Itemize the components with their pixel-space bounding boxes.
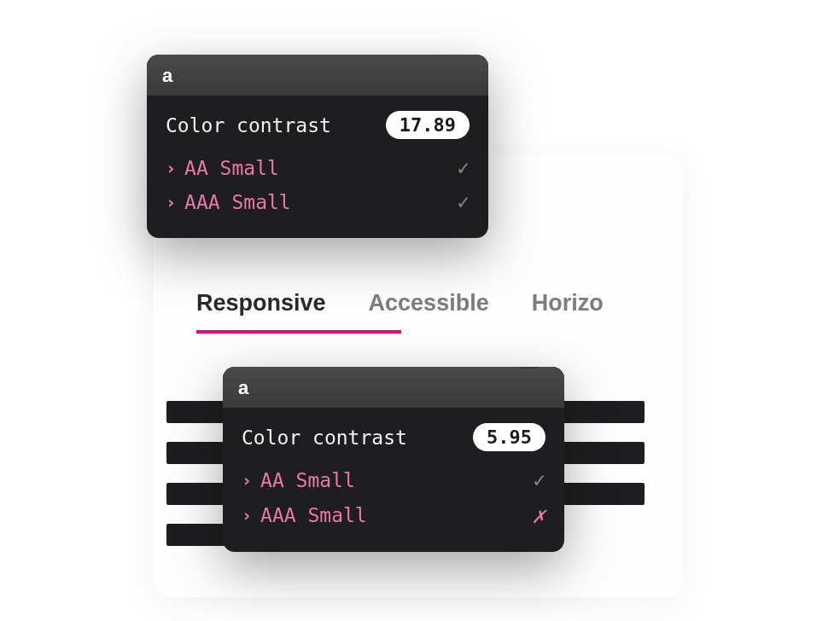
check-label: AA Small xyxy=(184,157,279,179)
sample-letter: a xyxy=(162,65,172,87)
check-pass-icon: ✓ xyxy=(458,190,470,214)
tab-responsive[interactable]: Responsive xyxy=(196,290,326,332)
check-pass-icon: ✓ xyxy=(458,156,470,180)
contrast-label: Color contrast xyxy=(166,114,331,136)
caret-icon: › xyxy=(166,158,176,178)
caret-icon: › xyxy=(242,505,252,525)
check-fail-icon: ✗ xyxy=(532,502,545,528)
caret-icon: › xyxy=(166,192,176,212)
contrast-check-row[interactable]: › AA Small ✓ xyxy=(242,463,545,497)
tooltip-arrow-icon xyxy=(518,367,539,369)
contrast-check-row[interactable]: › AA Small ✓ xyxy=(166,151,470,185)
color-contrast-tooltip-1: a Color contrast 17.89 › AA Small ✓ › AA… xyxy=(147,55,488,238)
contrast-value-badge: 17.89 xyxy=(386,111,470,139)
color-contrast-tooltip-2: a Color contrast 5.95 › AA Small ✓ › AAA… xyxy=(223,367,564,552)
contrast-value-badge: 5.95 xyxy=(473,423,545,451)
tab-active-indicator xyxy=(196,330,401,334)
tooltip-header: a xyxy=(223,367,564,408)
caret-icon: › xyxy=(242,470,252,490)
contrast-row: Color contrast 17.89 xyxy=(166,111,470,139)
contrast-label: Color contrast xyxy=(242,427,407,449)
tooltip-arrow-icon xyxy=(172,236,193,238)
tab-accessible[interactable]: Accessible xyxy=(369,290,489,332)
check-label: AA Small xyxy=(260,469,355,491)
contrast-row: Color contrast 5.95 xyxy=(242,423,545,451)
check-label: AAA Small xyxy=(184,191,291,213)
contrast-check-row[interactable]: › AAA Small ✓ xyxy=(166,185,470,219)
tooltip-body: Color contrast 17.89 › AA Small ✓ › AAA … xyxy=(147,96,488,238)
contrast-check-row[interactable]: › AAA Small ✗ xyxy=(242,497,545,533)
tab-horizontal[interactable]: Horizo xyxy=(532,290,604,332)
check-pass-icon: ✓ xyxy=(534,468,545,492)
check-label: AAA Small xyxy=(260,504,367,526)
tooltip-header: a xyxy=(147,55,488,96)
sample-letter: a xyxy=(238,377,248,399)
tooltip-body: Color contrast 5.95 › AA Small ✓ › AAA S… xyxy=(223,408,564,552)
